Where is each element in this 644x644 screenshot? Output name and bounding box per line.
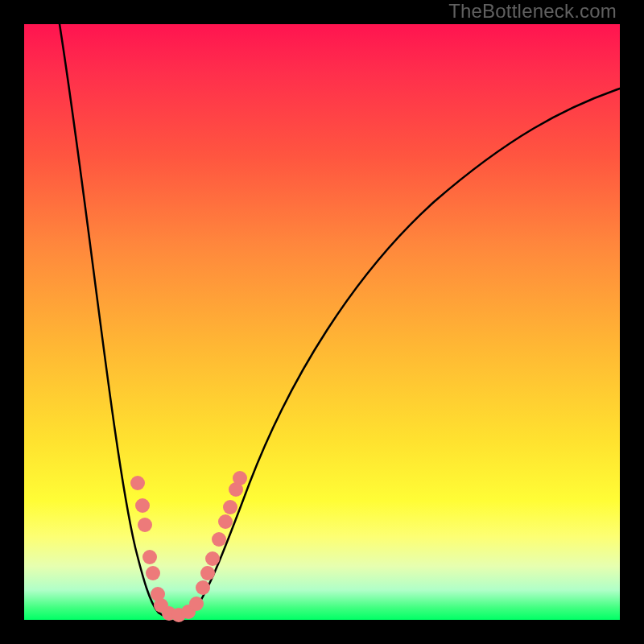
- data-marker: [200, 566, 215, 580]
- data-marker: [196, 580, 210, 595]
- data-marker: [130, 476, 145, 490]
- data-marker: [205, 551, 220, 566]
- curve-right-curve: [177, 89, 620, 618]
- data-marker: [223, 500, 237, 514]
- chart-svg: [0, 0, 644, 644]
- data-marker: [146, 566, 160, 580]
- marker-group: [130, 471, 247, 622]
- data-marker: [189, 597, 204, 611]
- data-marker: [138, 518, 152, 532]
- data-marker: [135, 498, 150, 513]
- data-marker: [218, 514, 233, 529]
- data-marker: [212, 532, 226, 547]
- data-marker: [142, 550, 157, 564]
- curve-left-curve: [60, 24, 177, 618]
- data-marker: [233, 471, 247, 485]
